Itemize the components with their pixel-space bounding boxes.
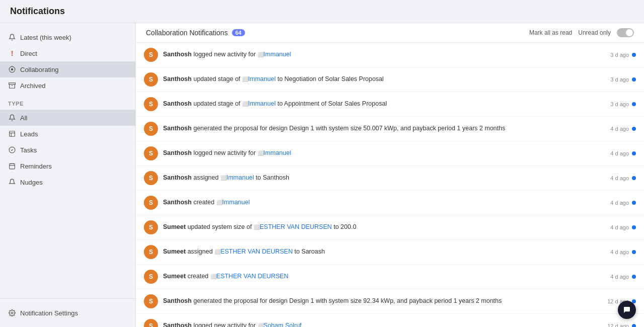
notification-row[interactable]: SSanthosh updated stage of Immanuel to N…	[136, 67, 644, 92]
sidebar-item-tasks[interactable]: Tasks	[0, 142, 135, 158]
notification-link[interactable]: Soham Solruf	[264, 322, 302, 327]
avatar: S	[144, 72, 158, 87]
avatar: S	[144, 196, 158, 210]
notification-row[interactable]: SSumeet assigned ESTHER VAN DEURSEN to S…	[136, 240, 644, 265]
notification-meta: 4 d ago	[610, 175, 636, 181]
notification-row[interactable]: SSanthosh logged new activity for Immanu…	[136, 43, 644, 67]
notification-meta: 4 d ago	[610, 150, 636, 156]
notification-settings-item[interactable]: Notification Settings	[0, 305, 135, 321]
unread-dot	[632, 53, 636, 57]
notification-link[interactable]: Immanuel	[264, 51, 291, 58]
record-icon	[258, 150, 264, 157]
sidebar-item-leads[interactable]: Leads	[0, 126, 135, 142]
nudges-icon	[8, 178, 16, 186]
record-icon	[220, 175, 226, 182]
notification-text: Santhosh logged new activity for Immanue…	[163, 50, 605, 59]
notification-action: logged new activity for	[192, 149, 258, 156]
notification-text: Santhosh assigned Immanuel to Santhosh	[163, 174, 605, 183]
all-bell-icon	[8, 114, 16, 122]
record-icon	[216, 199, 222, 206]
notification-action: created	[186, 273, 210, 280]
time-ago: 12 d ago	[607, 323, 629, 327]
time-ago: 4 d ago	[610, 175, 629, 181]
notification-link[interactable]: Immanuel	[248, 100, 276, 107]
notification-text: Santhosh logged new activity for Soham S…	[163, 321, 602, 327]
notification-suffix: to Saroash	[293, 248, 325, 255]
sidebar-item-latest-label: Latest (this week)	[20, 34, 71, 41]
notification-action: generated the proposal for design Design…	[192, 125, 505, 132]
notification-row[interactable]: SSanthosh generated the proposal for des…	[136, 117, 644, 141]
record-icon	[258, 51, 264, 58]
unread-dot	[632, 176, 636, 180]
notification-actor: Santhosh	[163, 149, 192, 156]
notification-link[interactable]: ESTHER VAN DEURSEN	[260, 223, 332, 230]
notification-count-badge: 64	[232, 29, 245, 36]
notification-row[interactable]: SSanthosh assigned Immanuel to Santhosh4…	[136, 166, 644, 191]
notification-row[interactable]: SSumeet created ESTHER VAN DEURSEN4 d ag…	[136, 265, 644, 289]
sidebar-item-all-label: All	[20, 114, 27, 122]
avatar: S	[144, 270, 158, 284]
notification-text: Santhosh logged new activity for Immanue…	[163, 149, 605, 158]
avatar: S	[144, 171, 158, 185]
exclamation-icon: !	[8, 49, 16, 57]
notification-meta: 3 d ago	[610, 52, 636, 58]
notification-row[interactable]: SSumeet updated system size of ESTHER VA…	[136, 215, 644, 240]
sidebar-item-all[interactable]: All	[0, 110, 135, 126]
sidebar-item-nudges[interactable]: Nudges	[0, 174, 135, 190]
notification-meta: 4 d ago	[610, 126, 636, 132]
notification-actor: Santhosh	[163, 297, 192, 304]
notification-actor: Santhosh	[163, 322, 192, 327]
chat-widget[interactable]	[618, 301, 636, 319]
notification-row[interactable]: SSanthosh generated the proposal for des…	[136, 289, 644, 314]
time-ago: 4 d ago	[610, 249, 629, 255]
notification-meta: 3 d ago	[610, 101, 636, 107]
app-layout: Notifications Latest (this week) ! Direc…	[0, 0, 644, 327]
notification-row[interactable]: SSanthosh logged new activity for Soham …	[136, 314, 644, 327]
notification-row[interactable]: SSanthosh logged new activity for Immanu…	[136, 141, 644, 166]
page-title: Notifications	[10, 6, 634, 17]
notification-text: Sumeet assigned ESTHER VAN DEURSEN to Sa…	[163, 248, 605, 257]
time-ago: 3 d ago	[610, 52, 629, 58]
notification-action: assigned	[186, 248, 214, 255]
notification-row[interactable]: SSanthosh created Immanuel4 d ago	[136, 191, 644, 215]
notification-text: Santhosh generated the proposal for desi…	[163, 297, 602, 306]
notification-text: Sumeet created ESTHER VAN DEURSEN	[163, 272, 605, 281]
notification-meta: 12 d ago	[607, 323, 636, 327]
notification-link[interactable]: ESTHER VAN DEURSEN	[216, 273, 289, 280]
notification-link[interactable]: Immanuel	[222, 199, 250, 206]
main-header-right: Mark all as read Unread only	[529, 28, 634, 37]
unread-dot	[632, 102, 636, 106]
notification-suffix: to Santhosh	[254, 174, 289, 181]
record-icon	[214, 249, 220, 256]
avatar: S	[144, 319, 158, 327]
mark-all-read-button[interactable]: Mark all as read	[529, 29, 572, 36]
time-ago: 3 d ago	[610, 76, 629, 83]
sidebar-bottom: Notification Settings	[0, 298, 135, 321]
notification-link[interactable]: Immanuel	[264, 149, 291, 156]
record-icon	[242, 76, 248, 83]
tasks-icon	[8, 146, 16, 154]
gear-icon	[8, 309, 16, 317]
avatar: S	[144, 122, 158, 136]
sidebar-item-archived[interactable]: Archived	[0, 77, 135, 94]
sidebar-item-reminders[interactable]: Reminders	[0, 158, 135, 174]
unread-only-toggle[interactable]	[617, 28, 634, 37]
avatar: S	[144, 48, 158, 62]
record-icon	[210, 273, 216, 280]
avatar: S	[144, 97, 158, 111]
sidebar-item-direct-label: Direct	[20, 50, 37, 57]
notification-text: Santhosh created Immanuel	[163, 198, 605, 207]
sidebar-item-latest[interactable]: Latest (this week)	[0, 29, 135, 45]
svg-point-12	[11, 312, 13, 314]
sidebar-item-collaborating[interactable]: Collaborating	[0, 61, 135, 77]
avatar: S	[144, 220, 158, 234]
notification-action: assigned	[192, 174, 220, 181]
notification-suffix: to Negotiation of Solar Sales Proposal	[276, 75, 384, 83]
notification-link[interactable]: Immanuel	[248, 75, 276, 83]
notification-link[interactable]: Immanuel	[226, 174, 254, 181]
notification-link[interactable]: ESTHER VAN DEURSEN	[220, 248, 293, 255]
notification-action: generated the proposal for design Design…	[192, 297, 502, 304]
unread-dot	[632, 275, 636, 279]
notification-row[interactable]: SSanthosh updated stage of Immanuel to A…	[136, 92, 644, 117]
sidebar-item-direct[interactable]: ! Direct	[0, 45, 135, 61]
